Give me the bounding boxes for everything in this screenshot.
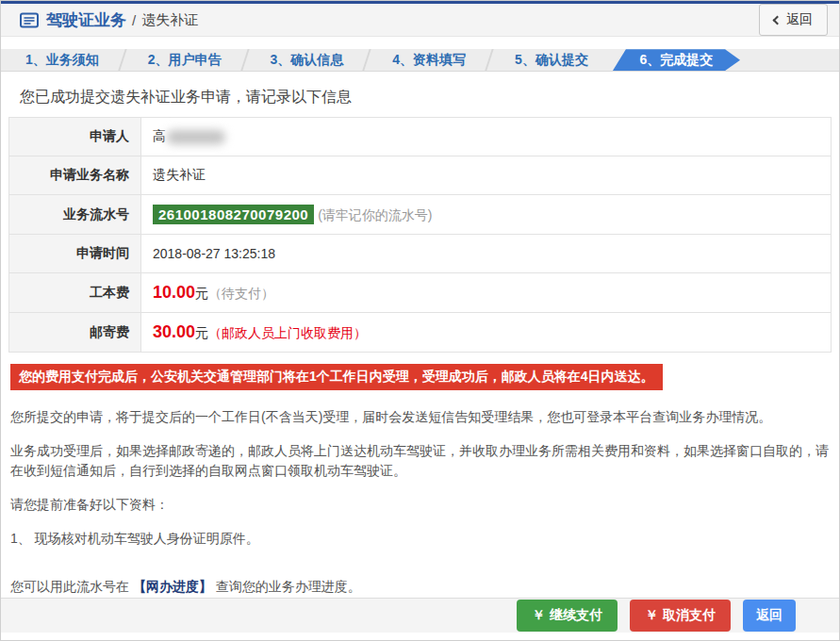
cancel-pay-button[interactable]: ￥取消支付 bbox=[630, 600, 731, 632]
page-title-primary: 驾驶证业务 bbox=[46, 9, 126, 31]
tab-step-4[interactable]: 4、资料填写 bbox=[368, 49, 490, 71]
success-message: 您已成功提交遗失补证业务申请，请记录以下信息 bbox=[20, 88, 832, 107]
tab-step-6-active[interactable]: 6、完成提交 bbox=[613, 49, 740, 71]
table-row-production-fee: 工本费 10.00元（待支付） bbox=[9, 273, 832, 313]
row-value: 高 bbox=[141, 118, 832, 156]
fee-note: （待支付） bbox=[208, 286, 274, 301]
instruction-paragraph: 业务成功受理后，如果选择邮政寄递的，邮政人员将上门送达机动车驾驶证，并收取办理业… bbox=[10, 441, 832, 482]
row-value: 30.00元（邮政人员上门收取费用） bbox=[141, 313, 832, 353]
tabs-filler bbox=[740, 49, 839, 71]
row-label: 申请时间 bbox=[9, 235, 141, 273]
progress-note-suffix: 查询您的业务办理进度。 bbox=[212, 579, 361, 594]
back-button-label: 返回 bbox=[786, 11, 813, 28]
cancel-pay-label: 取消支付 bbox=[663, 607, 716, 624]
tab-label: 5、确认提交 bbox=[515, 52, 588, 69]
applicant-name: 高 bbox=[153, 128, 166, 143]
yuan-icon: ￥ bbox=[532, 607, 545, 624]
row-label: 申请业务名称 bbox=[9, 156, 141, 195]
header: 驾驶证业务 / 遗失补证 返回 bbox=[1, 4, 839, 37]
tab-step-5[interactable]: 5、确认提交 bbox=[490, 49, 613, 71]
fee-unit: 元 bbox=[195, 325, 208, 340]
list-icon bbox=[20, 12, 39, 28]
row-value: 遗失补证 bbox=[141, 156, 832, 195]
fee-amount: 10.00 bbox=[153, 283, 195, 302]
return-button[interactable]: 返回 bbox=[743, 600, 796, 632]
back-button[interactable]: 返回 bbox=[759, 4, 828, 36]
tab-step-3[interactable]: 3、确认信息 bbox=[246, 49, 369, 71]
serial-hint: (请牢记你的流水号) bbox=[318, 207, 432, 222]
continue-pay-label: 继续支付 bbox=[550, 607, 602, 624]
notice-banner: 您的费用支付完成后，公安机关交通管理部门将在1个工作日内受理，受理成功后，邮政人… bbox=[10, 364, 663, 390]
fee-unit: 元 bbox=[195, 286, 208, 301]
continue-pay-button[interactable]: ￥继续支付 bbox=[517, 600, 618, 632]
row-label: 工本费 bbox=[9, 273, 141, 313]
instruction-paragraph: 1、 现场核对机动车驾驶人身份证明原件。 bbox=[10, 529, 832, 550]
breadcrumb-separator: / bbox=[132, 12, 136, 28]
tab-label: 4、资料填写 bbox=[392, 52, 466, 69]
info-table: 申请人 高 申请业务名称 遗失补证 业务流水号 2610018082700792… bbox=[8, 117, 832, 353]
instruction-paragraph: 请您提前准备好以下资料： bbox=[10, 495, 832, 516]
row-value: 10.00元（待支付） bbox=[141, 273, 832, 313]
tab-label: 1、业务须知 bbox=[25, 52, 99, 69]
table-row-serial: 业务流水号 261001808270079200(请牢记你的流水号) bbox=[9, 195, 832, 235]
progress-note: 您可以用此流水号在 【网办进度】 查询您的业务办理进度。 bbox=[10, 577, 832, 598]
row-value: 261001808270079200(请牢记你的流水号) bbox=[141, 195, 832, 235]
page: 驾驶证业务 / 遗失补证 返回 1、业务须知 2、用户申告 3、确认信息 4、资… bbox=[0, 0, 840, 641]
fee-amount: 30.00 bbox=[153, 322, 195, 341]
serial-number-badge: 261001808270079200 bbox=[153, 205, 314, 224]
row-label: 业务流水号 bbox=[9, 195, 141, 235]
tab-label: 6、完成提交 bbox=[640, 52, 714, 69]
row-value: 2018-08-27 13:25:18 bbox=[141, 235, 832, 273]
tab-step-2[interactable]: 2、用户申告 bbox=[124, 49, 246, 71]
table-row-apply-time: 申请时间 2018-08-27 13:25:18 bbox=[9, 235, 832, 273]
table-row-applicant: 申请人 高 bbox=[9, 118, 832, 156]
progress-note-prefix: 您可以用此流水号在 bbox=[10, 579, 133, 594]
step-tabs: 1、业务须知 2、用户申告 3、确认信息 4、资料填写 5、确认提交 6、完成提… bbox=[1, 49, 839, 72]
instruction-paragraph: 您所提交的申请，将于提交后的一个工作日(不含当天)受理，届时会发送短信告知受理结… bbox=[10, 407, 832, 428]
tab-label: 2、用户申告 bbox=[148, 52, 222, 69]
progress-link: 【网办进度】 bbox=[133, 579, 212, 594]
redacted-name-blur bbox=[167, 130, 225, 144]
row-label: 申请人 bbox=[9, 118, 141, 156]
fee-note: （邮政人员上门收取费用） bbox=[208, 325, 367, 340]
main-content: 您已成功提交遗失补证业务申请，请记录以下信息 申请人 高 申请业务名称 遗失补证… bbox=[1, 72, 839, 598]
page-title-secondary: 遗失补证 bbox=[141, 11, 198, 29]
table-row-postage-fee: 邮寄费 30.00元（邮政人员上门收取费用） bbox=[9, 313, 832, 353]
table-row-service-name: 申请业务名称 遗失补证 bbox=[9, 156, 832, 195]
row-label: 邮寄费 bbox=[9, 313, 141, 353]
chevron-left-icon bbox=[773, 15, 782, 25]
return-button-label: 返回 bbox=[756, 607, 782, 624]
tab-step-1[interactable]: 1、业务须知 bbox=[1, 49, 124, 71]
footer-bar: ￥继续支付 ￥取消支付 返回 bbox=[1, 598, 839, 633]
tab-label: 3、确认信息 bbox=[271, 52, 344, 69]
breadcrumb: 驾驶证业务 / 遗失补证 bbox=[20, 9, 759, 31]
yuan-icon: ￥ bbox=[645, 607, 658, 624]
